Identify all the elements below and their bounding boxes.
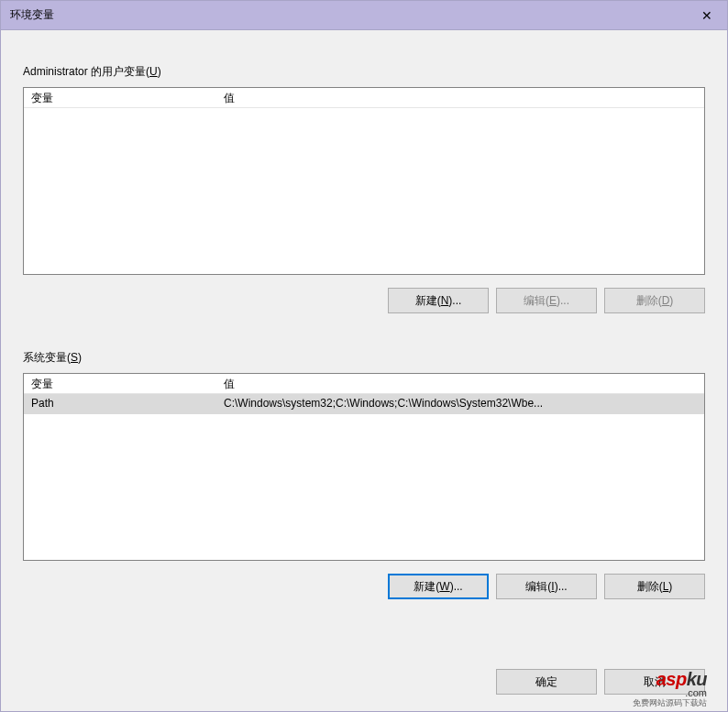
system-vars-row-name: Path xyxy=(24,394,216,414)
user-vars-label: Administrator 的用户变量(U) xyxy=(23,64,705,80)
system-vars-label: 系统变量(S) xyxy=(23,350,705,366)
env-vars-dialog: 环境变量 ✕ Administrator 的用户变量(U) 变量 值 新建(N)… xyxy=(0,0,728,712)
dialog-content: Administrator 的用户变量(U) 变量 值 新建(N)... 编辑(… xyxy=(1,30,727,610)
user-vars-header-value[interactable]: 值 xyxy=(216,88,704,107)
watermark-subtitle: 免费网站源码下载站 xyxy=(633,697,707,709)
system-vars-header-value[interactable]: 值 xyxy=(216,374,704,393)
close-button[interactable]: ✕ xyxy=(686,1,727,29)
system-vars-row[interactable]: Path C:\Windows\system32;C:\Windows;C:\W… xyxy=(24,394,704,414)
user-vars-header-name[interactable]: 变量 xyxy=(24,88,216,107)
ok-button[interactable]: 确定 xyxy=(496,669,597,695)
user-vars-buttons: 新建(N)... 编辑(E)... 删除(D) xyxy=(23,288,705,313)
user-edit-button: 编辑(E)... xyxy=(496,288,597,313)
user-delete-button: 删除(D) xyxy=(604,288,705,313)
user-vars-list-header: 变量 值 xyxy=(24,88,704,108)
system-vars-header-name[interactable]: 变量 xyxy=(24,374,216,393)
system-vars-row-value: C:\Windows\system32;C:\Windows;C:\Window… xyxy=(216,394,704,414)
system-vars-buttons: 新建(W)... 编辑(I)... 删除(L) xyxy=(23,574,705,599)
close-icon: ✕ xyxy=(701,8,712,23)
user-new-button[interactable]: 新建(N)... xyxy=(388,288,489,313)
system-vars-list-header: 变量 值 xyxy=(24,374,704,394)
system-edit-button[interactable]: 编辑(I)... xyxy=(496,574,597,599)
system-vars-list[interactable]: 变量 值 Path C:\Windows\system32;C:\Windows… xyxy=(23,373,705,561)
dialog-buttons: 确定 取消 xyxy=(496,669,705,695)
cancel-button[interactable]: 取消 xyxy=(604,669,705,695)
window-title: 环境变量 xyxy=(10,7,54,23)
user-vars-list[interactable]: 变量 值 xyxy=(23,87,705,275)
system-delete-button[interactable]: 删除(L) xyxy=(604,574,705,599)
system-new-button[interactable]: 新建(W)... xyxy=(388,574,489,599)
titlebar: 环境变量 ✕ xyxy=(1,1,727,30)
